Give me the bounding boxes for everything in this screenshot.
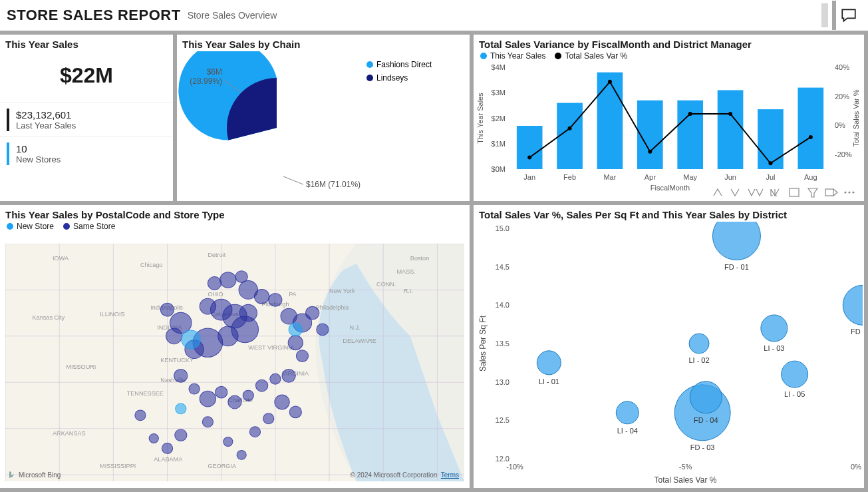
- legend-label: New Store: [17, 222, 54, 231]
- drill-down-icon[interactable]: [731, 189, 739, 196]
- kpi-last-year-label: Last Year Sales: [16, 121, 76, 130]
- legend: This Year Sales Total Sales Var %: [474, 51, 864, 63]
- svg-text:13.5: 13.5: [496, 340, 509, 348]
- svg-rect-20: [597, 73, 623, 169]
- kpi-title: This Year Sales: [0, 35, 173, 51]
- focus-mode-icon[interactable]: [790, 188, 799, 196]
- chart-title: This Year Sales by PostalCode and Store …: [0, 205, 470, 222]
- expand-all-icon[interactable]: [748, 189, 763, 196]
- svg-text:12.5: 12.5: [496, 416, 509, 424]
- svg-text:CONN.: CONN.: [376, 282, 396, 288]
- svg-text:IOWA: IOWA: [53, 255, 69, 262]
- legend-label: This Year Sales: [490, 51, 545, 61]
- more-options-icon[interactable]: [853, 192, 854, 193]
- bing-label: Microsoft Bing: [19, 471, 61, 479]
- svg-text:Chicago: Chicago: [140, 262, 162, 268]
- filter-icon[interactable]: [808, 188, 817, 197]
- svg-text:Jun: Jun: [724, 173, 736, 181]
- svg-text:$4M: $4M: [492, 63, 506, 71]
- svg-point-26: [527, 156, 531, 160]
- svg-text:WEST VIRGINIA: WEST VIRGINIA: [248, 344, 294, 351]
- map-viewport[interactable]: ChicagoDetroitBostonNew YorkPhiladelphia…: [5, 244, 464, 481]
- svg-text:$16M (71.01%): $16M (71.01%): [306, 180, 361, 189]
- bing-logo-icon: [8, 471, 16, 479]
- svg-point-113: [306, 306, 319, 320]
- next-level-icon[interactable]: [771, 189, 779, 196]
- svg-point-160: [537, 351, 561, 375]
- svg-text:20%: 20%: [835, 93, 849, 101]
- svg-point-31: [728, 112, 732, 116]
- svg-text:May: May: [683, 173, 697, 181]
- svg-text:0%: 0%: [835, 121, 845, 129]
- export-icon[interactable]: [833, 189, 837, 196]
- svg-text:FD - 04: FD - 04: [694, 416, 718, 424]
- svg-text:GEORGIA: GEORGIA: [208, 463, 236, 469]
- chart-sales-by-chain[interactable]: This Year Sales by Chain $6M(28.99%)$16M…: [177, 35, 470, 201]
- svg-point-135: [237, 450, 246, 459]
- svg-text:(28.99%): (28.99%): [190, 77, 222, 86]
- kpi-card[interactable]: This Year Sales $22M $23,132,601 Last Ye…: [0, 35, 173, 201]
- svg-text:KENTUCKY: KENTUCKY: [160, 358, 194, 364]
- svg-point-133: [223, 437, 233, 447]
- kpi-new-stores-value: 10: [16, 143, 61, 154]
- svg-text:Mar: Mar: [603, 173, 616, 181]
- svg-point-139: [176, 403, 186, 414]
- svg-point-124: [282, 369, 295, 382]
- svg-text:40%: 40%: [835, 63, 849, 71]
- copyright-label: © 2024 Microsoft Corporation: [351, 471, 438, 479]
- svg-text:TENNESSEE: TENNESSEE: [127, 390, 164, 397]
- svg-text:N.J.: N.J.: [350, 324, 361, 331]
- svg-text:Total Sales Var %: Total Sales Var %: [852, 89, 860, 146]
- svg-point-114: [317, 324, 329, 336]
- svg-point-154: [843, 285, 863, 325]
- comments-button[interactable]: [832, 1, 861, 30]
- svg-point-27: [568, 126, 572, 130]
- svg-point-95: [208, 277, 221, 290]
- svg-point-118: [200, 391, 216, 407]
- svg-text:Kansas City: Kansas City: [33, 314, 65, 321]
- legend-label: Same Store: [73, 222, 115, 231]
- svg-text:ILLINOIS: ILLINOIS: [100, 311, 125, 318]
- chart-title: Total Sales Var %, Sales Per Sq Ft and T…: [474, 205, 864, 222]
- report-canvas: STORE SALES REPORT Store Sales Overview …: [0, 0, 868, 492]
- svg-text:MISSOURI: MISSOURI: [66, 364, 96, 371]
- svg-text:Feb: Feb: [563, 173, 576, 181]
- terms-link[interactable]: Terms: [441, 471, 459, 479]
- svg-point-164: [761, 315, 788, 342]
- visual-toolbar: [708, 185, 861, 200]
- svg-point-158: [690, 381, 722, 413]
- svg-point-128: [202, 417, 213, 427]
- chart-map[interactable]: This Year Sales by PostalCode and Store …: [0, 205, 470, 488]
- svg-text:12.0: 12.0: [496, 455, 509, 463]
- legend-swatch: [555, 53, 561, 59]
- svg-point-129: [175, 429, 187, 441]
- svg-point-98: [254, 289, 269, 304]
- svg-text:LI - 03: LI - 03: [764, 344, 784, 352]
- svg-point-30: [688, 112, 692, 116]
- svg-text:13.0: 13.0: [496, 378, 509, 386]
- svg-text:ALABAMA: ALABAMA: [154, 456, 182, 463]
- chart-variance[interactable]: Total Sales Variance by FiscalMonth and …: [474, 35, 864, 201]
- svg-text:15.0: 15.0: [496, 224, 509, 232]
- svg-text:-5%: -5%: [679, 463, 692, 471]
- svg-point-123: [270, 373, 281, 384]
- svg-point-152: [712, 222, 760, 260]
- svg-text:New York: New York: [329, 288, 355, 294]
- chart-scatter[interactable]: Total Sales Var %, Sales Per Sq Ft and T…: [474, 205, 864, 488]
- svg-text:DELAWARE: DELAWARE: [343, 338, 376, 344]
- svg-text:$0M: $0M: [492, 165, 506, 173]
- svg-text:Fashions Direct: Fashions Direct: [376, 60, 432, 69]
- map-svg: ChicagoDetroitBostonNew YorkPhiladelphia…: [5, 244, 464, 481]
- svg-rect-19: [557, 103, 583, 169]
- svg-text:Total Sales Var %: Total Sales Var %: [654, 475, 717, 485]
- drill-up-icon[interactable]: [714, 189, 722, 196]
- indicator-bar: [7, 109, 9, 131]
- svg-point-47: [849, 192, 850, 193]
- svg-point-115: [288, 336, 303, 350]
- svg-point-136: [263, 413, 274, 424]
- svg-point-132: [135, 410, 146, 421]
- kpi-last-year-value: $23,132,601: [16, 109, 76, 121]
- svg-text:LI - 04: LI - 04: [617, 427, 638, 435]
- svg-point-122: [255, 379, 267, 391]
- svg-rect-23: [718, 90, 744, 169]
